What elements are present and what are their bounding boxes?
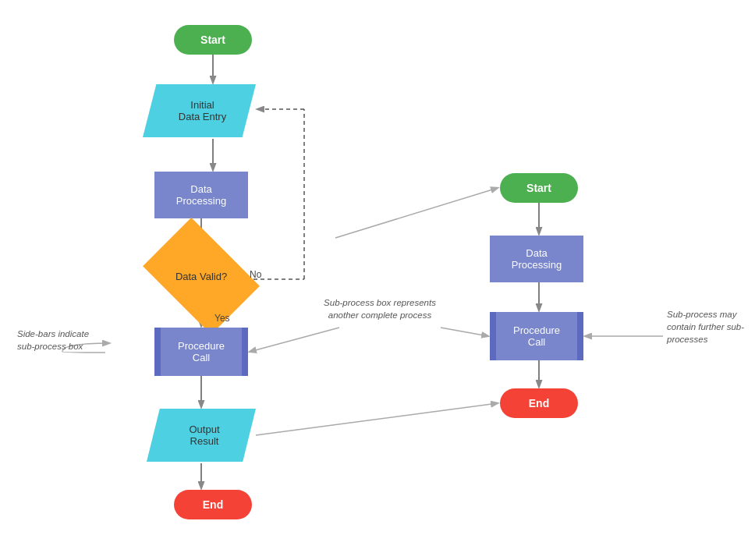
subprocess-annotation: Sub-process box represents another compl…	[321, 296, 438, 321]
left-end-node: End	[174, 490, 252, 519]
subcontain-annotation: Sub-process may contain further sub-proc…	[667, 308, 749, 346]
data-valid-diamond: Data Valid?	[153, 242, 250, 310]
no-label: No	[250, 268, 261, 282]
sidebar-annotation: Side-bars indicate sub-process box	[17, 328, 103, 353]
initial-data-entry-node: InitialData Entry	[143, 84, 256, 137]
left-procedure-call-node: ProcedureCall	[154, 328, 248, 376]
flowchart-diagram: Start InitialData Entry DataProcessing D…	[0, 0, 755, 560]
right-end-node: End	[500, 388, 578, 418]
left-start-node: Start	[174, 25, 252, 55]
left-data-processing-node: DataProcessing	[154, 172, 248, 218]
output-result-node: OutputResult	[147, 409, 256, 462]
yes-label: Yes	[214, 312, 230, 325]
diamond-label: Data Valid?	[175, 271, 227, 282]
right-data-processing-node: DataProcessing	[490, 236, 583, 282]
right-procedure-call-node: ProcedureCall	[490, 312, 583, 360]
right-start-node: Start	[500, 173, 578, 203]
